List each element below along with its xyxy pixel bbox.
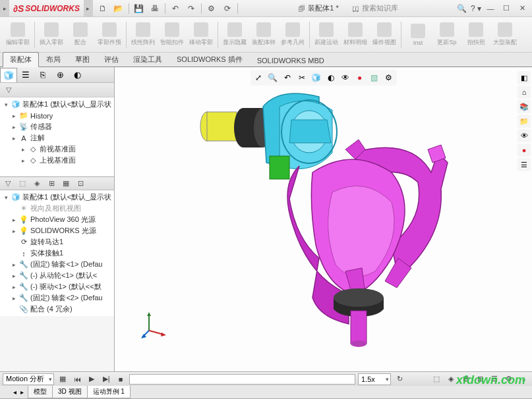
maximize-button[interactable]: ☐ bbox=[499, 3, 514, 14]
motion-tree[interactable]: ▾🧊 装配体1 (默认<默认_显示状 ☀视向及相机视图▸💡PhotoView 3… bbox=[0, 190, 114, 316]
task-pane-props[interactable]: ☰ bbox=[517, 158, 531, 171]
motion-filter-4[interactable]: ▦ bbox=[59, 178, 73, 190]
ribbon-移动零部件[interactable]: 移动零部 bbox=[187, 19, 215, 51]
task-pane-lib[interactable]: 📚 bbox=[517, 100, 531, 113]
save-button[interactable]: 💾 bbox=[132, 2, 146, 15]
document-title: 🗐装配体1 * bbox=[298, 3, 338, 13]
task-pane-home[interactable]: ⌂ bbox=[517, 86, 531, 99]
task-pane-explorer[interactable]: 📁 bbox=[517, 115, 531, 128]
motion-opt-2[interactable]: ◈ bbox=[445, 373, 457, 385]
tab-评估[interactable]: 评估 bbox=[97, 52, 126, 66]
ribbon-Instant3D[interactable]: Inst bbox=[404, 19, 432, 51]
motion-item[interactable]: ▸🔧(固定) 轴套<1> (Defau bbox=[1, 259, 113, 270]
tree-item[interactable]: ▸◇前视基准面 bbox=[1, 144, 113, 155]
motion-item[interactable]: ☀视向及相机视图 bbox=[1, 203, 113, 214]
motion-item[interactable]: ▸💡SOLIDWORKS 光源 bbox=[1, 225, 113, 236]
open-button[interactable]: 📂 bbox=[111, 2, 126, 15]
motion-item[interactable]: 📎配合 (4 冗余) bbox=[1, 304, 113, 315]
ribbon: 编辑零部插入零部配合零部件预线性阵列智能扣件移动零部显示隐藏装配体特参考几何新建… bbox=[0, 17, 532, 53]
task-pane-view[interactable]: 👁 bbox=[517, 129, 531, 142]
tab-scroll-right[interactable]: ▸ bbox=[20, 388, 24, 396]
bottom-tab-运动算例 1[interactable]: 运动算例 1 bbox=[87, 386, 131, 398]
ribbon-材料明细表[interactable]: 材料明细 bbox=[341, 19, 369, 51]
tree-item[interactable]: ▸📡传感器 bbox=[1, 121, 113, 132]
ribbon-智能扣件[interactable]: 智能扣件 bbox=[158, 19, 186, 51]
tab-布局[interactable]: 布局 bbox=[39, 52, 68, 66]
filter-button[interactable]: ▽ bbox=[3, 84, 15, 96]
ribbon-拍快照[interactable]: 拍快照 bbox=[462, 19, 490, 51]
bottom-tab-模型[interactable]: 模型 bbox=[28, 386, 53, 398]
motion-item[interactable]: ▸🔧(固定) 轴套<2> (Defau bbox=[1, 292, 113, 304]
loop-button[interactable]: ↻ bbox=[394, 373, 405, 385]
motion-filter-5[interactable]: ⊡ bbox=[74, 178, 87, 190]
ribbon-大型装配体[interactable]: 大型装配 bbox=[491, 19, 519, 51]
calculate-button[interactable]: ▦ bbox=[57, 373, 69, 385]
playback-speed-combo[interactable]: 1.5x bbox=[358, 373, 391, 385]
play-end-button[interactable]: ▶| bbox=[100, 373, 112, 385]
help-button[interactable]: ? ▾ bbox=[469, 2, 483, 15]
timeline[interactable] bbox=[129, 374, 355, 385]
undo-button[interactable]: ↶ bbox=[168, 2, 183, 15]
tree-root[interactable]: ▾🧊 装配体1 (默认<默认_显示状 bbox=[1, 99, 113, 110]
display-tab[interactable]: ◐ bbox=[69, 68, 86, 82]
rebuild-button[interactable]: ⟳ bbox=[220, 2, 235, 15]
tab-SOLIDWORKS MBD[interactable]: SOLIDWORKS MBD bbox=[250, 54, 332, 66]
tab-渲染工具[interactable]: 渲染工具 bbox=[126, 52, 169, 66]
ribbon-显示隐藏[interactable]: 显示隐藏 bbox=[221, 19, 249, 51]
ribbon-更新Speedpak[interactable]: 更新Sp bbox=[433, 19, 461, 51]
redo-button[interactable]: ↷ bbox=[184, 2, 198, 15]
tree-item[interactable]: ▸A注解 bbox=[1, 132, 113, 144]
search-box[interactable]: 🕮搜索知识库 bbox=[352, 3, 398, 13]
ribbon-配合[interactable]: 配合 bbox=[67, 19, 94, 51]
motion-filter-asm[interactable]: ▽ bbox=[1, 178, 15, 190]
ribbon-新建运动算例[interactable]: 新建运动 bbox=[312, 19, 340, 51]
ribbon-线性阵列[interactable]: 线性阵列 bbox=[129, 19, 157, 51]
ribbon-装配体特征[interactable]: 装配体特 bbox=[250, 19, 278, 51]
feature-tree-tab[interactable]: 🧊 bbox=[0, 68, 17, 82]
tab-装配体[interactable]: 装配体 bbox=[3, 52, 39, 67]
view-triad[interactable] bbox=[141, 312, 167, 338]
main-menu-arrow[interactable]: ▸ bbox=[0, 0, 9, 16]
motion-opt-1[interactable]: ⬚ bbox=[430, 373, 442, 385]
play-start-button[interactable]: ⏮ bbox=[71, 373, 83, 385]
motion-item[interactable]: ▸🔧(-) 从动轮<1> (默认< bbox=[1, 270, 113, 281]
property-tab[interactable]: ☰ bbox=[17, 68, 34, 82]
task-pane-appearance[interactable]: ● bbox=[517, 144, 531, 157]
feature-tree[interactable]: ▾🧊 装配体1 (默认<默认_显示状 ▸📁History▸📡传感器▸A注解▸◇前… bbox=[0, 97, 114, 176]
ribbon-爆炸视图[interactable]: 爆炸视图 bbox=[370, 19, 398, 51]
bottom-tabs: ◂ ▸ 模型3D 视图运动算例 1 bbox=[0, 386, 532, 399]
dimxpert-tab[interactable]: ⊕ bbox=[51, 68, 69, 82]
tab-SOLIDWORKS 插件[interactable]: SOLIDWORKS 插件 bbox=[169, 52, 250, 66]
close-button[interactable]: ✕ bbox=[515, 3, 529, 14]
ribbon-参考几何体[interactable]: 参考几何 bbox=[279, 19, 307, 51]
minimize-button[interactable]: — bbox=[483, 3, 498, 14]
logo-menu-arrow[interactable]: ▸ bbox=[84, 0, 93, 16]
svg-rect-1 bbox=[207, 112, 237, 141]
ribbon-编辑零部件[interactable]: 编辑零部 bbox=[4, 19, 32, 51]
ribbon-插入零部件[interactable]: 插入零部 bbox=[38, 19, 65, 51]
motion-item[interactable]: ⟳旋转马达1 bbox=[1, 236, 113, 248]
motion-tree-root[interactable]: ▾🧊 装配体1 (默认<默认_显示状 bbox=[1, 192, 113, 203]
ribbon-零部件预览[interactable]: 零部件预 bbox=[96, 19, 123, 51]
config-tab[interactable]: ⎘ bbox=[34, 68, 51, 82]
tab-草图[interactable]: 草图 bbox=[68, 52, 97, 66]
print-button[interactable]: 🖶 bbox=[148, 2, 162, 15]
stop-button[interactable]: ■ bbox=[115, 373, 127, 385]
motion-item[interactable]: ▸💡PhotoView 360 光源 bbox=[1, 214, 113, 225]
motion-item[interactable]: ▸🔧(-) 驱动<1> (默认<<默 bbox=[1, 281, 113, 292]
motion-item[interactable]: ↕实体接触1 bbox=[1, 248, 113, 259]
bottom-tab-3D 视图[interactable]: 3D 视图 bbox=[52, 386, 88, 398]
graphics-area[interactable]: ⤢ 🔍 ↶ ✂ 🧊 ◐ 👁 ● ▧ ⚙ ◧ ⌂ 📚 📁 👁 ● ☰ bbox=[115, 67, 532, 371]
play-button[interactable]: ▶ bbox=[86, 373, 98, 385]
tree-item[interactable]: ▸📁History bbox=[1, 110, 113, 121]
tab-scroll-left[interactable]: ◂ bbox=[13, 388, 16, 396]
motion-filter-1[interactable]: ⬚ bbox=[16, 178, 29, 190]
options-button[interactable]: ⚙ bbox=[204, 2, 219, 15]
task-pane-toggle[interactable]: ◧ bbox=[517, 71, 531, 84]
motion-filter-2[interactable]: ◈ bbox=[30, 178, 44, 190]
study-type-combo[interactable]: Motion 分析 bbox=[3, 373, 54, 385]
search-icon[interactable]: 🔍 bbox=[454, 2, 469, 15]
tree-item[interactable]: ▸◇上视基准面 bbox=[1, 155, 113, 166]
new-doc-button[interactable]: 🗋 bbox=[96, 2, 110, 15]
motion-filter-3[interactable]: ⊞ bbox=[45, 178, 58, 190]
